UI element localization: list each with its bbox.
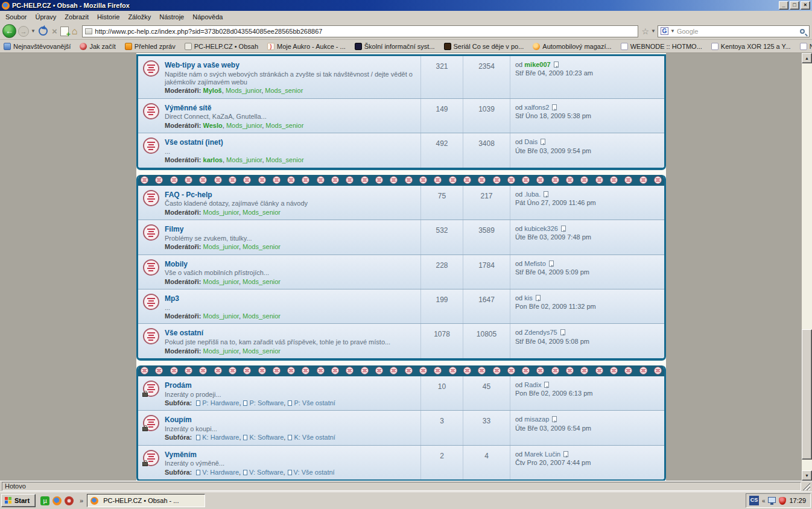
menu-item-historie[interactable]: Historie (93, 12, 124, 22)
menu-item-záložky[interactable]: Záložky (124, 12, 155, 22)
subforum-link[interactable]: V: Vše ostatní (294, 469, 335, 476)
bookmark-item[interactable]: Jak začít (80, 43, 115, 50)
bookmark-star-icon[interactable]: ☆ (642, 27, 650, 36)
goto-last-post-icon[interactable] (561, 226, 566, 232)
moderator-link[interactable]: Mods_senior (243, 312, 281, 320)
last-post-author-link[interactable]: kis (524, 294, 532, 302)
scroll-up-arrow[interactable]: ▲ (802, 53, 812, 63)
url-text[interactable]: http://www.pc-help.cz/index.php?sid=373b… (95, 28, 322, 35)
goto-last-post-icon[interactable] (549, 261, 554, 267)
forum-title-link[interactable]: Mp3 (165, 294, 179, 303)
maximize-button[interactable]: □ (790, 1, 799, 10)
forum-title-link[interactable]: Vše ostatní (inet) (165, 138, 223, 147)
stop-button[interactable]: × (51, 26, 59, 36)
last-post-author-link[interactable]: mike007 (524, 61, 550, 68)
moderator-link[interactable]: Mods_senior (243, 243, 281, 250)
goto-last-post-icon[interactable] (536, 295, 541, 301)
subforum-link[interactable]: P: Software (249, 399, 284, 406)
last-post-author-link[interactable]: Marek Lučin (524, 451, 560, 458)
new-tab-button[interactable] (60, 27, 69, 36)
last-post-author-link[interactable]: Dais (524, 138, 538, 145)
goto-last-post-icon[interactable] (560, 329, 565, 335)
bookmark-item[interactable]: NOLAN N103 CLASSI... (800, 43, 812, 50)
last-post-author-link[interactable]: .luba. (524, 191, 541, 198)
goto-last-post-icon[interactable] (544, 382, 549, 388)
subforum-link[interactable]: P: Vše ostatní (294, 399, 335, 406)
address-bar[interactable]: http://www.pc-help.cz/index.php?sid=373b… (82, 25, 638, 37)
forum-title-link[interactable]: Mobily (165, 260, 188, 269)
bookmark-item[interactable]: PC-HELP.CZ • Obsah (185, 43, 258, 50)
subforum-link[interactable]: K: Software (249, 434, 284, 441)
menu-item-úpravy[interactable]: Úpravy (31, 12, 60, 22)
last-post-author-link[interactable]: Radix (524, 381, 541, 388)
scrollbar-thumb[interactable] (802, 329, 812, 460)
bookmark-item[interactable]: Automobilový magazí... (533, 43, 611, 50)
search-input[interactable]: Google (677, 28, 798, 35)
minimize-button[interactable]: _ (779, 1, 788, 10)
goto-last-post-icon[interactable] (552, 104, 557, 110)
forum-title-link[interactable]: Vše ostatní (165, 329, 203, 338)
goto-last-post-icon[interactable] (541, 139, 545, 145)
bookmark-item[interactable]: Školní informační syst... (355, 43, 435, 50)
moderator-link[interactable]: Weslo (203, 122, 223, 129)
start-button[interactable]: Start (1, 494, 36, 507)
menu-item-nástroje[interactable]: Nástroje (155, 12, 188, 22)
search-engine-dropdown-icon[interactable]: ▼ (670, 28, 675, 34)
menu-item-nápověda[interactable]: Nápověda (188, 12, 227, 22)
tray-collapse-chevron[interactable]: « (762, 498, 766, 504)
subforum-link[interactable]: P: Hardware (202, 399, 239, 406)
forum-title-link[interactable]: Filmy (165, 225, 183, 234)
bookmark-item[interactable]: Seriál Co se děje v po... (444, 43, 524, 50)
forum-title-link[interactable]: Výměnné sítě (165, 104, 211, 113)
bookmark-item[interactable]: Nejnavštěvovanější (4, 43, 71, 50)
goto-last-post-icon[interactable] (563, 451, 568, 457)
bookmark-dropdown-icon[interactable]: ▼ (651, 28, 656, 34)
network-icon[interactable] (768, 497, 776, 503)
goto-last-post-icon[interactable] (554, 62, 559, 68)
subforum-link[interactable]: V: Software (249, 469, 283, 476)
moderator-link[interactable]: Mods_senior (265, 122, 303, 129)
bookmark-item[interactable]: Kentoya XOR 125 a Y... (711, 43, 791, 50)
forum-title-link[interactable]: Web-tipy a vaše weby (165, 61, 239, 70)
last-post-author-link[interactable]: xalfons2 (524, 104, 549, 111)
forward-button[interactable]: → (18, 26, 29, 37)
moderator-link[interactable]: Mods_junior (203, 312, 239, 320)
antivirus-shield-icon[interactable] (779, 497, 786, 505)
moderator-link[interactable]: Mods_junior (203, 347, 239, 355)
last-post-author-link[interactable]: Zdendys75 (524, 329, 557, 336)
moderator-link[interactable]: Mods_senior (243, 209, 281, 216)
moderator-link[interactable]: Mods_junior (226, 122, 262, 129)
forum-title-link[interactable]: Vyměním (165, 451, 197, 460)
home-button[interactable]: ⌂ (71, 27, 79, 36)
bookmark-item[interactable]: )Moje Aukro - Aukce - ... (267, 43, 346, 50)
forum-title-link[interactable]: FAQ - Pc-help (165, 191, 212, 200)
moderator-link[interactable]: Myloš (203, 87, 222, 94)
moderator-link[interactable]: Mods_junior (226, 87, 261, 94)
moderator-link[interactable]: Mods_senior (243, 347, 281, 355)
moderator-link[interactable]: Mods_junior (203, 209, 239, 216)
history-dropdown-icon[interactable]: ▼ (31, 28, 36, 34)
bookmark-item[interactable]: WEBNODE :: HOTMO... (621, 43, 702, 50)
forum-title-link[interactable]: Prodám (165, 381, 192, 390)
last-post-author-link[interactable]: kubicek326 (524, 225, 558, 232)
moderator-link[interactable]: Mods_junior (203, 278, 239, 285)
last-post-author-link[interactable]: misazap (524, 416, 549, 423)
forum-title-link[interactable]: Koupím (165, 416, 192, 425)
bookmark-item[interactable]: Přehled zpráv (125, 43, 176, 50)
utorrent-icon[interactable]: µ (40, 496, 49, 505)
moderator-link[interactable]: Mods_senior (265, 87, 303, 94)
subforum-link[interactable]: K: Hardware (202, 434, 239, 441)
last-post-author-link[interactable]: Mefisto (524, 260, 545, 267)
search-box[interactable]: G ▼ Google (658, 25, 810, 37)
goto-last-post-icon[interactable] (552, 416, 557, 422)
vertical-scrollbar[interactable]: ▲ ▼ (802, 53, 812, 481)
google-engine-icon[interactable]: G (661, 27, 668, 35)
menu-item-soubor[interactable]: Soubor (1, 12, 31, 22)
firefox-icon[interactable] (52, 496, 62, 505)
search-icon[interactable] (800, 29, 805, 34)
scroll-down-arrow[interactable]: ▼ (802, 470, 812, 481)
back-button[interactable]: ← (2, 24, 16, 38)
taskbar-window-button[interactable]: PC-HELP.CZ • Obsah - ... (87, 494, 205, 507)
moderator-link[interactable]: Mods_junior (226, 156, 262, 163)
taskbar-clock[interactable]: 17:29 (789, 497, 806, 504)
